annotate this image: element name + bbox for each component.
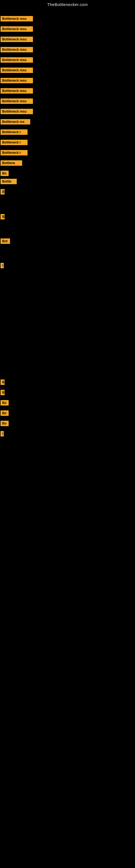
page-container: TheBottlenecker.com Bottleneck resuBottl…	[0, 0, 135, 868]
bottleneck-item[interactable]: Bottleneck r	[1, 129, 28, 136]
bottleneck-item[interactable]: B	[1, 379, 5, 386]
bottleneck-label: B	[1, 189, 5, 194]
bottleneck-item[interactable]: Bottleneck resu	[1, 78, 33, 84]
bottleneck-label: Bottleneck res	[1, 119, 30, 124]
bottleneck-item[interactable]: Bottleneck resu	[1, 57, 33, 64]
bottleneck-label: B	[1, 214, 5, 219]
bottleneck-item[interactable]: Bottleneck resu	[1, 88, 33, 95]
bottleneck-item[interactable]: Bottleneck res	[1, 119, 30, 126]
bottleneck-item[interactable]: l	[1, 431, 4, 437]
bottleneck-label: l	[1, 431, 4, 436]
bottleneck-label: Bottleneck resu	[1, 47, 33, 52]
bottleneck-label: B	[1, 379, 5, 385]
bottleneck-label: Bottleneck resu	[1, 37, 33, 42]
bottleneck-label: Bottleneck resu	[1, 16, 33, 22]
bottleneck-label: Bot	[1, 239, 10, 244]
bottleneck-item[interactable]: Bottleneck resu	[1, 67, 33, 74]
bottleneck-label: Bottleneck resu	[1, 109, 33, 114]
bottleneck-item[interactable]: Bottleneck resu	[1, 16, 33, 23]
bottleneck-item[interactable]: Bo	[1, 421, 9, 427]
bottleneck-label: Bo	[1, 410, 9, 416]
bottleneck-item[interactable]: Bottleneck resu	[1, 37, 33, 43]
bottleneck-label: Bottleneck r	[1, 129, 28, 135]
bottleneck-item[interactable]: Bo	[1, 410, 9, 417]
bottleneck-item[interactable]: Bot	[1, 239, 10, 245]
bottleneck-label: Bottleneck resu	[1, 78, 33, 83]
bottleneck-item[interactable]: Bottleneck resu	[1, 98, 33, 105]
bottleneck-item[interactable]: Bottle	[1, 179, 17, 185]
bottleneck-label: Bo	[1, 400, 9, 405]
bottleneck-label: B	[1, 390, 5, 395]
bottleneck-label: Bo	[1, 421, 9, 426]
bottleneck-item[interactable]: Bottlene	[1, 160, 22, 167]
bottleneck-item[interactable]: B	[1, 189, 5, 195]
bottleneck-label: Bottleneck resu	[1, 88, 33, 94]
bottleneck-item[interactable]: Bo	[1, 170, 9, 177]
bottleneck-item[interactable]: l	[1, 263, 4, 269]
bottleneck-label: l	[1, 263, 4, 268]
bottleneck-item[interactable]: Bottleneck resu	[1, 26, 33, 33]
bottleneck-item[interactable]: B	[1, 214, 5, 220]
bottleneck-label: Bottleneck r	[1, 150, 28, 155]
bottleneck-item[interactable]: Bottleneck r	[1, 140, 28, 146]
bottleneck-item[interactable]: Bottleneck resu	[1, 47, 33, 54]
bottleneck-label: Bottleneck resu	[1, 98, 33, 104]
bottleneck-label: Bottlene	[1, 160, 22, 166]
bottleneck-label: Bottleneck resu	[1, 67, 33, 73]
bottleneck-label: Bottle	[1, 179, 17, 184]
bottleneck-item[interactable]: B	[1, 390, 5, 396]
bottleneck-item[interactable]: Bottleneck r	[1, 150, 28, 156]
bottleneck-item[interactable]: Bottleneck resu	[1, 109, 33, 115]
bottleneck-label: Bo	[1, 170, 9, 176]
bottleneck-label: Bottleneck resu	[1, 57, 33, 63]
bottleneck-label: Bottleneck r	[1, 140, 28, 145]
site-title: TheBottlenecker.com	[0, 0, 135, 8]
bottleneck-label: Bottleneck resu	[1, 26, 33, 32]
bottleneck-item[interactable]: Bo	[1, 400, 9, 407]
